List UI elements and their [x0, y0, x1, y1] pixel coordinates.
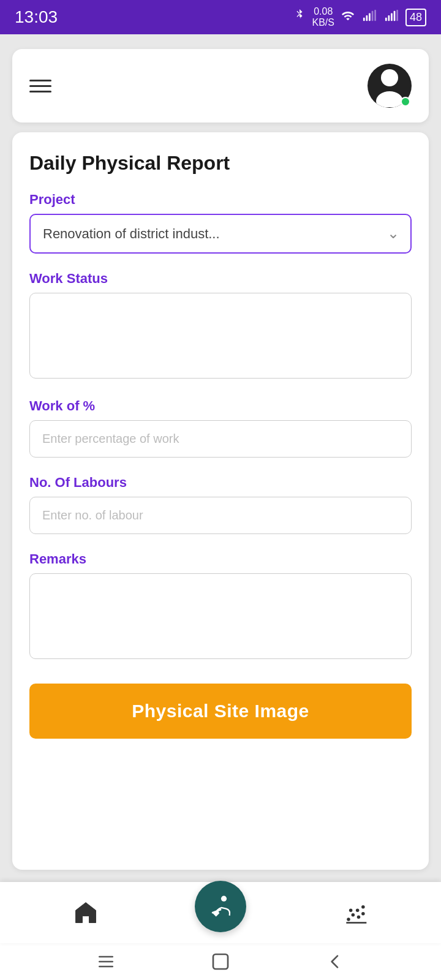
network-speed: 0.08KB/S: [312, 6, 334, 28]
status-time: 13:03: [15, 7, 58, 27]
svg-rect-5: [385, 17, 387, 21]
project-select[interactable]: Renovation of district indust...: [29, 214, 412, 254]
signal-bars2-icon: [383, 9, 399, 26]
user-avatar[interactable]: [368, 64, 412, 108]
svg-rect-4: [374, 9, 376, 20]
project-label: Project: [29, 192, 412, 208]
android-back-button[interactable]: [325, 952, 345, 971]
bottom-navigation: [0, 882, 441, 943]
svg-rect-7: [391, 13, 393, 21]
svg-rect-1: [366, 15, 368, 21]
construction-worker-icon: [207, 893, 234, 920]
home-nav-button[interactable]: [72, 899, 99, 926]
status-icons: 0.08KB/S: [293, 6, 427, 28]
svg-point-12: [221, 896, 227, 902]
svg-point-15: [352, 913, 355, 917]
svg-point-14: [347, 918, 350, 921]
project-select-wrapper: Renovation of district indust...: [29, 214, 412, 254]
android-menu-button[interactable]: [96, 952, 116, 971]
svg-rect-3: [372, 10, 374, 21]
report-chart-icon: [342, 899, 369, 926]
svg-rect-8: [394, 10, 396, 21]
svg-rect-2: [369, 13, 371, 21]
project-field-group: Project Renovation of district indust...: [29, 192, 412, 254]
svg-point-20: [361, 912, 365, 916]
remarks-textarea[interactable]: [29, 573, 412, 659]
android-back-icon: [325, 952, 345, 971]
svg-rect-6: [388, 15, 390, 21]
android-home-button[interactable]: [211, 952, 230, 971]
android-menu-icon: [96, 952, 116, 971]
svg-rect-0: [363, 17, 365, 21]
svg-rect-23: [99, 961, 113, 963]
header-card: [12, 49, 429, 123]
home-icon: [72, 899, 99, 926]
svg-rect-25: [213, 954, 228, 969]
android-navigation: [0, 943, 441, 980]
svg-point-16: [356, 909, 360, 913]
report-nav-button[interactable]: [342, 899, 369, 926]
work-status-textarea[interactable]: [29, 293, 412, 379]
android-home-icon: [211, 952, 230, 971]
physical-site-image-button[interactable]: Physical Site Image: [29, 684, 412, 739]
signal-bars-icon: [361, 9, 377, 26]
svg-rect-9: [396, 9, 398, 20]
labour-label: No. Of Labours: [29, 475, 412, 491]
work-percent-field-group: Work of %: [29, 398, 412, 458]
labour-input[interactable]: [29, 497, 412, 534]
svg-point-18: [349, 909, 353, 913]
svg-point-10: [381, 69, 398, 86]
remarks-field-group: Remarks: [29, 551, 412, 662]
remarks-label: Remarks: [29, 551, 412, 567]
center-fab-button[interactable]: [195, 881, 246, 932]
form-card: Daily Physical Report Project Renovation…: [12, 132, 429, 870]
svg-point-11: [376, 91, 403, 107]
form-title: Daily Physical Report: [29, 152, 412, 175]
battery-icon: 48: [405, 9, 426, 26]
work-percent-label: Work of %: [29, 398, 412, 414]
work-percent-input[interactable]: [29, 420, 412, 458]
hamburger-menu-button[interactable]: [29, 80, 51, 92]
svg-rect-22: [99, 956, 113, 958]
svg-rect-24: [99, 966, 113, 968]
wifi-icon: [341, 9, 355, 26]
svg-point-17: [361, 905, 365, 909]
work-status-label: Work Status: [29, 271, 412, 287]
svg-point-19: [357, 916, 361, 919]
status-bar: 13:03 0.08KB/S: [0, 0, 441, 34]
bluetooth-icon: [293, 9, 306, 26]
online-status-dot: [401, 97, 410, 107]
labour-field-group: No. Of Labours: [29, 475, 412, 534]
work-status-field-group: Work Status: [29, 271, 412, 381]
